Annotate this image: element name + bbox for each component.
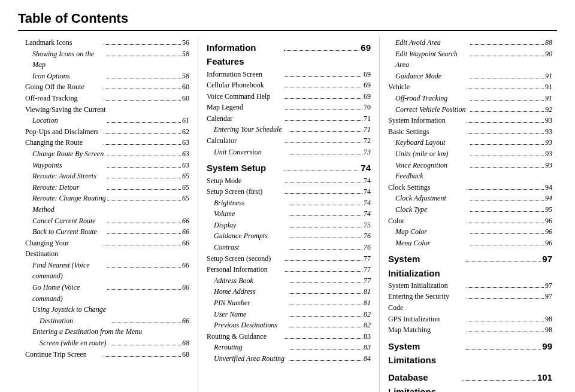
toc-item-title: Changing the Route (25, 137, 102, 148)
toc-item-title: Showing Icons on the Map (32, 48, 106, 71)
toc-page-number: 66 (182, 215, 189, 227)
toc-item: Cancel Current Route66 (25, 215, 189, 227)
toc-item-title: Viewing/Saving the Current (25, 104, 189, 116)
toc-page-number: 71 (364, 113, 371, 124)
toc-page-number: 71 (364, 124, 371, 135)
toc-page-number: 95 (545, 204, 552, 215)
toc-item: System Initialization97 (388, 280, 552, 291)
toc-dots (467, 321, 544, 321)
toc-page-number: 74 (364, 208, 371, 220)
toc-dots (467, 133, 544, 134)
toc-item-title: Voice Command Help (207, 91, 284, 102)
toc-page-number: 93 (545, 137, 552, 148)
toc-page-number: 74 (364, 186, 371, 197)
toc-page-number: 72 (364, 135, 371, 147)
toc-page-number: 74 (361, 161, 371, 175)
toc-page-number: 83 (364, 342, 371, 353)
toc-dots (470, 56, 544, 56)
toc-item: Personal Information77 (207, 264, 371, 275)
toc-dots (470, 200, 544, 200)
toc-item: Changing the Route63 (25, 137, 189, 148)
toc-item: Previous Destinations82 (207, 320, 371, 331)
toc-item: Waypoints63 (25, 160, 189, 171)
toc-item-title: Back to Current Route (32, 226, 106, 238)
toc-item-title: Entering Your Schedule (214, 124, 288, 135)
toc-item-title: System Initialization (388, 280, 465, 291)
toc-item-title: Home Address (214, 286, 288, 297)
toc-page-number: 96 (545, 238, 552, 249)
toc-section-title: Information Features (207, 41, 283, 69)
toc-item-title: Entering the Security Code (388, 291, 465, 313)
toc-dots (285, 87, 362, 87)
toc-page-number: 66 (182, 226, 189, 238)
toc-dots (470, 44, 544, 45)
toc-section-title: Database Limitations (388, 370, 461, 392)
toc-item: Pop-Ups and Disclaimers62 (25, 126, 189, 138)
toc-dots (107, 223, 181, 223)
toc-dots (465, 262, 541, 262)
toc-item: Going Off the Route60 (25, 81, 189, 93)
toc-item-title: Setup Mode (207, 175, 284, 187)
toc-dots (104, 44, 181, 45)
toc-item: Setup Screen (second)77 (207, 253, 371, 265)
column-middle: Information Features69Information Screen… (198, 37, 380, 392)
toc-page-number: 99 (542, 339, 552, 353)
toc-section-item: Database Limitations101 (388, 370, 552, 392)
toc-section-item: System Setup74 (207, 161, 371, 175)
toc-page-number: 66 (182, 282, 189, 293)
toc-page-number: 94 (545, 182, 552, 193)
toc-dots (470, 156, 544, 156)
toc-item: Calendar71 (207, 113, 371, 124)
toc-page-number: 73 (364, 147, 371, 158)
toc-dots (289, 305, 362, 305)
toc-item-title: Go Home (Voice command) (32, 282, 106, 304)
toc-dots (462, 380, 535, 381)
toc-page-number: 97 (545, 280, 552, 291)
toc-item-title: Setup Screen (first) (207, 186, 284, 197)
toc-item-title: Unverified Area Routing (214, 353, 288, 364)
toc-item: Unit Conversion73 (207, 147, 371, 158)
toc-page-number: 93 (545, 148, 552, 160)
toc-section-item: System Limitations99 (388, 339, 552, 367)
toc-dots (465, 349, 541, 350)
toc-item: Display75 (207, 220, 371, 231)
toc-item: Setup Mode74 (207, 175, 371, 187)
toc-item: Change Route By Screen63 (25, 148, 189, 160)
toc-page-number: 88 (545, 37, 552, 48)
toc-section-title: System Limitations (388, 339, 464, 367)
toc-item: Edit Avoid Area88 (388, 37, 552, 48)
toc-page-number: 61 (182, 115, 189, 126)
toc-item: Brightness74 (207, 197, 371, 209)
toc-item: Home Address81 (207, 286, 371, 297)
toc-item-title: Cancel Current Route (32, 215, 106, 227)
toc-item: Vehicle91 (388, 81, 552, 93)
toc-item: Changing Your Destination66 (25, 238, 189, 260)
toc-item-title: Units (mile or km) (395, 148, 469, 160)
toc-dots (467, 122, 544, 123)
toc-page-number: 60 (182, 81, 189, 93)
toc-dots (285, 271, 362, 272)
toc-item-title: Correct Vehicle Position (395, 104, 469, 116)
toc-dots (107, 122, 181, 123)
toc-item: Contrast76 (207, 242, 371, 253)
toc-item-title: Reroute: Detour (32, 182, 106, 193)
toc-item-title: Guidance Prompts (214, 230, 288, 242)
toc-item: Viewing/Saving the Current (25, 104, 189, 116)
toc-dots (285, 260, 362, 261)
toc-page-number: 97 (542, 252, 552, 266)
page-container: Table of Contents Landmark Icons56Showin… (0, 0, 575, 392)
toc-page-number: 92 (545, 104, 552, 116)
toc-dots (107, 233, 181, 234)
toc-dots (107, 78, 181, 78)
toc-item: Clock Adjustment94 (388, 193, 552, 204)
toc-page-number: 96 (545, 215, 552, 227)
toc-item: Using Joystick to Change (25, 304, 189, 315)
toc-dots (107, 200, 181, 200)
toc-item-title: Routing & Guidance (207, 331, 284, 342)
toc-dots (107, 267, 181, 268)
toc-item-title: Edit Avoid Area (395, 37, 469, 48)
toc-dots (285, 338, 362, 339)
toc-item: Entering a Destination from the Menu (25, 326, 189, 338)
toc-dots (467, 89, 544, 89)
toc-item: Destination66 (25, 315, 189, 327)
